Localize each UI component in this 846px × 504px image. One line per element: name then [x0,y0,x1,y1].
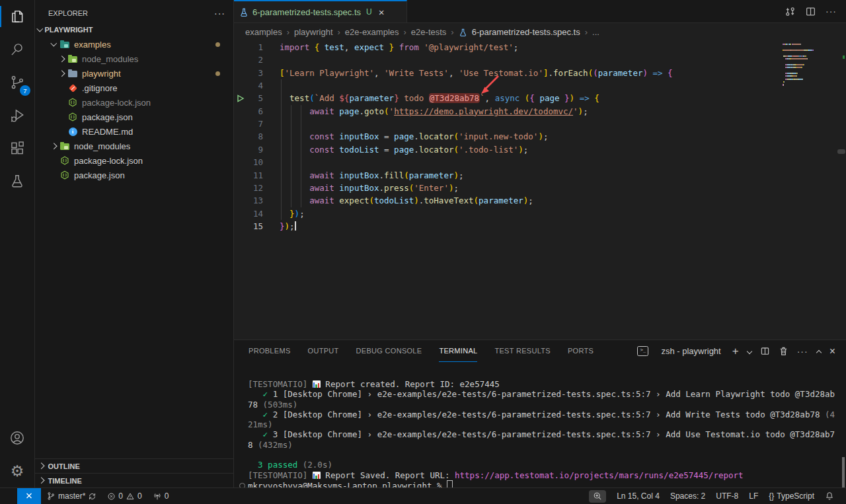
cursor-position[interactable]: Ln 15, Col 4 [611,488,665,504]
panel-tab-debug-console[interactable]: DEBUG CONSOLE [356,340,422,362]
project-root-item[interactable]: PLAYWRIGHT [35,22,233,37]
breadcrumb-item[interactable]: examples [245,27,282,37]
code-line-12[interactable]: await inputBox.press('Enter'); [280,182,459,194]
breadcrumb-separator: › [338,27,340,37]
chevron-right-icon [58,70,64,76]
vscode-window: 7 ⚙ EXPLORER ··· PLAYWRIGHT examplesnode… [0,0,846,504]
tree-item-readme-md[interactable]: iREADME.md [35,124,233,139]
panel-tab-test-results[interactable]: TEST RESULTS [494,340,551,362]
testing-icon[interactable] [0,165,34,198]
file-icon [59,142,71,150]
file-icon [67,55,79,63]
file-tree: examplesnode_modulesplaywright.gitignore… [35,37,233,182]
git-branch-status[interactable]: master* [41,488,102,504]
split-editor-icon[interactable] [805,6,816,17]
code-line-1[interactable]: import { test, expect } from '@playwrigh… [280,41,518,54]
extensions-icon[interactable] [0,132,34,165]
bar-chart-icon [313,380,321,388]
file-icon [67,98,79,107]
code-editor[interactable]: 123456789101112131415 import { test, exp… [234,41,846,340]
line-number: 6 [234,105,263,118]
sync-icon [88,492,96,501]
indent-guide [291,105,291,207]
terminal-dropdown-icon[interactable] [746,348,751,353]
indentation-setting[interactable]: Spaces: 2 [665,488,711,504]
notifications-bell[interactable] [820,488,839,504]
zoom-control[interactable] [589,490,606,503]
code-line-8[interactable]: const inputBox = page.locator('input.new… [280,130,548,143]
explorer-icon[interactable] [0,0,34,33]
breadcrumb-item[interactable]: e2e-examples [345,27,399,37]
panel-tab-ports[interactable]: PORTS [568,340,594,362]
terminal-scrollbar[interactable] [842,457,845,487]
bottom-panel: PROBLEMSOUTPUTDEBUG CONSOLETERMINALTEST … [234,340,846,487]
panel-tab-bar: PROBLEMSOUTPUTDEBUG CONSOLETERMINALTEST … [234,340,846,362]
indent-guide [301,105,301,207]
more-actions-icon[interactable]: ··· [797,346,808,357]
tab-spec-file[interactable]: 6-parametrized-tests.spec.ts U × [234,0,407,22]
tree-item-package-json[interactable]: package.json [35,168,233,182]
file-icon [67,69,79,77]
remote-indicator[interactable] [17,488,41,504]
close-icon[interactable]: × [379,7,385,18]
timeline-section[interactable]: TIMELINE [35,473,233,487]
tree-item-node-modules[interactable]: node_modules [35,52,233,66]
more-actions-icon[interactable]: ··· [214,8,225,18]
terminal-line: [TESTOMATIO] Report Saved. Report URL: h… [248,470,846,480]
close-panel-icon[interactable]: × [829,345,835,357]
kill-terminal-trash-icon[interactable] [779,346,788,356]
chevron-right-icon [38,463,44,469]
braces-icon: {} [769,491,774,501]
compare-changes-icon[interactable] [785,6,796,17]
code-line-5[interactable]: test(`Add ${parameter} todo @T3d28ab78`,… [280,92,599,104]
code-line-3[interactable]: ['Learn Playwright', 'Write Tests', 'Use… [280,67,673,79]
new-terminal-icon[interactable]: + [732,345,739,358]
ports-status[interactable]: 0 [147,488,174,504]
code-line-11[interactable]: await inputBox.fill(parameter); [280,169,464,182]
editor-scrollbar[interactable] [837,149,845,154]
minimap[interactable] [783,44,835,87]
terminal-output[interactable]: [TESTOMATIO] Report created. Report ID: … [234,362,846,490]
breadcrumb-separator: › [404,27,406,37]
settings-gear-icon[interactable]: ⚙ [0,454,34,487]
language-mode[interactable]: {} TypeScript [763,488,820,504]
chevron-right-icon [50,143,56,149]
breadcrumb-item[interactable]: e2e-tests [411,27,446,37]
modified-dot [215,42,220,47]
source-control-icon[interactable]: 7 [0,66,34,99]
tree-item-package-lock-json[interactable]: package-lock.json [35,153,233,168]
code-line-13[interactable]: await expect(todoList).toHaveText(parame… [280,194,533,207]
file-icon [67,85,79,91]
maximize-panel-icon[interactable] [816,349,821,355]
tree-item-node-modules[interactable]: node_modules [35,139,233,153]
breadcrumb-file[interactable]: 6-parametrized-tests.spec.ts [472,27,580,37]
tree-item-package-lock-json[interactable]: package-lock.json [35,95,233,110]
split-terminal-icon[interactable] [760,346,770,356]
search-icon[interactable] [0,33,34,66]
tree-item--gitignore[interactable]: .gitignore [35,81,233,95]
breadcrumb-symbol-picker[interactable]: ... [592,27,599,37]
outline-section[interactable]: OUTLINE [35,458,233,473]
more-actions-icon[interactable]: ··· [826,6,837,17]
eol-setting[interactable]: LF [744,488,763,504]
terminal-session-label[interactable]: zsh - playwright [661,346,720,356]
code-line-9[interactable]: const todoList = page.locator('.todo-lis… [280,143,528,156]
code-line-15[interactable]: }); [280,220,296,233]
panel-tab-problems[interactable]: PROBLEMS [249,340,291,362]
panel-tab-terminal[interactable]: TERMINAL [439,340,477,362]
chevron-down-icon [37,26,43,32]
accounts-icon[interactable] [0,421,34,454]
terminal-line: 78 (503ms) [248,400,846,410]
terminal-line: 3 passed (2.0s) [248,460,846,470]
tree-item-package-json[interactable]: package.json [35,110,233,124]
code-line-14[interactable]: }); [280,207,305,220]
code-line-6[interactable]: await page.goto('https://demo.playwright… [280,105,588,118]
breadcrumb-item[interactable]: playwright [294,27,333,37]
panel-tab-output[interactable]: OUTPUT [308,340,339,362]
encoding-setting[interactable]: UTF-8 [711,488,744,504]
run-test-play-icon[interactable] [237,94,245,102]
run-debug-icon[interactable] [0,99,34,132]
tree-item-playwright[interactable]: playwright [35,66,233,81]
problems-status[interactable]: 0 0 [102,488,147,504]
tree-item-examples[interactable]: examples [35,37,233,52]
